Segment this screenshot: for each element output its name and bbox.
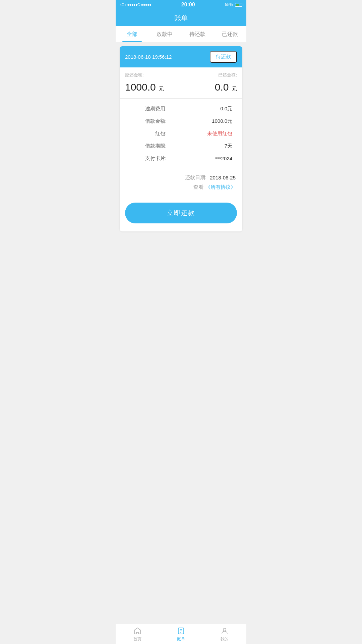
loan-amount-label: 借款金额:	[140, 118, 167, 124]
repay-date-label: 还款日期:	[185, 174, 206, 181]
redpacket-value[interactable]: 未使用红包	[199, 130, 232, 137]
signal-text: 4G+ ●●●●●G ●●●●●	[120, 3, 151, 7]
redpacket-label: 红包:	[140, 130, 167, 137]
status-right: 55%	[225, 2, 242, 7]
overdue-fee-label: 逾期费用:	[140, 106, 167, 112]
tab-lending[interactable]: 放款中	[148, 26, 181, 42]
pay-now-button[interactable]: 立即还款	[125, 203, 237, 223]
loan-amount-value: 1000.0元	[199, 118, 232, 124]
status-time: 20:00	[181, 2, 195, 8]
amount-due-label: 应还金额:	[125, 72, 176, 78]
amount-section: 应还金额: 1000.0 元 已还金额: 0.0 元	[120, 67, 242, 99]
detail-row-term: 借款期限: 7天	[120, 140, 242, 152]
loan-term-label: 借款期限:	[140, 143, 167, 149]
payment-card-value: ***2024	[199, 156, 232, 161]
amount-paid-value: 0.0	[215, 82, 229, 93]
tab-bar: 全部 放款中 待还款 已还款	[116, 26, 246, 42]
status-badge[interactable]: 待还款	[210, 51, 237, 63]
status-bar: 4G+ ●●●●●G ●●●●● 20:00 55%	[116, 0, 246, 9]
agreement-link[interactable]: 《所有协议》	[205, 184, 236, 191]
repay-section: 还款日期: 2018-06-25 查看 《所有协议》	[120, 169, 242, 196]
agreement-row: 查看 《所有协议》	[126, 184, 236, 191]
main-content: 2018-06-18 19:56:12 待还款 应还金额: 1000.0 元 已…	[116, 42, 246, 259]
amount-due-unit: 元	[159, 86, 164, 92]
battery-percent: 55%	[225, 2, 233, 7]
tab-repaid[interactable]: 已还款	[214, 26, 247, 42]
detail-row-overdue: 逾期费用: 0.0元	[120, 103, 242, 115]
detail-row-card: 支付卡片: ***2024	[120, 152, 242, 165]
battery-icon	[235, 3, 242, 7]
app-header: 账单	[116, 9, 246, 26]
amount-due-value-row: 1000.0 元	[125, 82, 176, 93]
amount-paid-block: 已还金额: 0.0 元	[181, 67, 243, 98]
repay-date-value: 2018-06-25	[210, 175, 236, 180]
payment-card-label: 支付卡片:	[140, 155, 167, 162]
detail-row-loan-amount: 借款金额: 1000.0元	[120, 115, 242, 127]
amount-paid-label: 已还金额:	[187, 72, 237, 78]
amount-paid-unit: 元	[232, 86, 237, 92]
loan-card: 2018-06-18 19:56:12 待还款 应还金额: 1000.0 元 已…	[120, 46, 242, 231]
content-area: 2018-06-18 19:56:12 待还款 应还金额: 1000.0 元 已…	[116, 42, 246, 235]
tab-pending[interactable]: 待还款	[181, 26, 214, 42]
amount-due-block: 应还金额: 1000.0 元	[120, 67, 181, 98]
amount-paid-value-row: 0.0 元	[187, 82, 237, 93]
amount-due-value: 1000.0	[125, 82, 156, 93]
detail-row-redpacket: 红包: 未使用红包	[120, 127, 242, 140]
pay-button-wrap: 立即还款	[120, 196, 242, 231]
agreement-text: 查看	[193, 184, 203, 191]
loan-term-value: 7天	[199, 143, 232, 149]
tab-all[interactable]: 全部	[116, 26, 148, 42]
page-title: 账单	[174, 13, 188, 22]
details-section: 逾期费用: 0.0元 借款金额: 1000.0元 红包: 未使用红包 借款期限:…	[120, 99, 242, 169]
status-left: 4G+ ●●●●●G ●●●●●	[120, 3, 151, 7]
overdue-fee-value: 0.0元	[199, 106, 232, 112]
loan-datetime: 2018-06-18 19:56:12	[125, 54, 172, 60]
card-header: 2018-06-18 19:56:12 待还款	[120, 46, 242, 67]
repay-date-row: 还款日期: 2018-06-25	[126, 174, 236, 181]
